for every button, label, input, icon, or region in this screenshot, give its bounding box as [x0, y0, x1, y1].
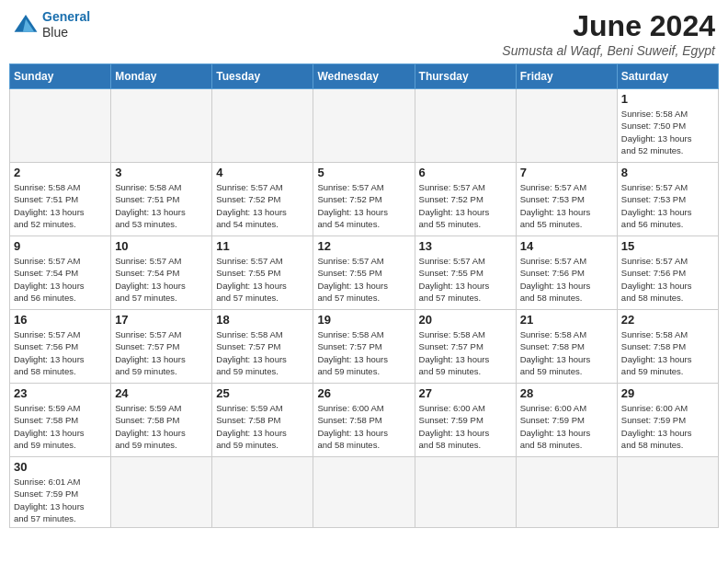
- day-info: Sunrise: 5:58 AM Sunset: 7:51 PM Dayligh…: [14, 181, 107, 230]
- calendar-cell: [516, 457, 617, 528]
- calendar-cell: 4Sunrise: 5:57 AM Sunset: 7:52 PM Daylig…: [212, 163, 313, 236]
- week-row-4: 16Sunrise: 5:57 AM Sunset: 7:56 PM Dayli…: [10, 310, 719, 384]
- calendar-cell: 18Sunrise: 5:58 AM Sunset: 7:57 PM Dayli…: [212, 310, 313, 384]
- day-info: Sunrise: 5:59 AM Sunset: 7:58 PM Dayligh…: [216, 402, 309, 451]
- day-number: 29: [621, 386, 714, 400]
- day-info: Sunrise: 5:57 AM Sunset: 7:57 PM Dayligh…: [115, 328, 208, 377]
- day-number: 24: [115, 386, 208, 400]
- day-number: 2: [14, 166, 107, 179]
- calendar-cell: 19Sunrise: 5:58 AM Sunset: 7:57 PM Dayli…: [313, 310, 415, 384]
- day-number: 21: [520, 313, 613, 327]
- calendar-table: SundayMondayTuesdayWednesdayThursdayFrid…: [9, 63, 719, 528]
- calendar-cell: 8Sunrise: 5:57 AM Sunset: 7:53 PM Daylig…: [617, 163, 718, 236]
- calendar-cell: [111, 457, 212, 528]
- day-info: Sunrise: 5:57 AM Sunset: 7:56 PM Dayligh…: [520, 255, 613, 304]
- day-info: Sunrise: 5:58 AM Sunset: 7:57 PM Dayligh…: [419, 328, 512, 377]
- calendar-cell: [415, 457, 516, 528]
- calendar-cell: 10Sunrise: 5:57 AM Sunset: 7:54 PM Dayli…: [111, 236, 212, 310]
- day-info: Sunrise: 5:57 AM Sunset: 7:56 PM Dayligh…: [621, 255, 714, 304]
- logo: General Blue: [13, 9, 90, 40]
- weekday-header-wednesday: Wednesday: [313, 64, 415, 89]
- day-info: Sunrise: 5:59 AM Sunset: 7:58 PM Dayligh…: [115, 402, 208, 451]
- calendar-cell: [212, 457, 313, 528]
- weekday-header-monday: Monday: [111, 64, 212, 89]
- weekday-header-sunday: Sunday: [10, 64, 111, 89]
- day-number: 8: [621, 166, 714, 179]
- calendar-cell: 11Sunrise: 5:57 AM Sunset: 7:55 PM Dayli…: [212, 236, 313, 310]
- day-info: Sunrise: 5:57 AM Sunset: 7:56 PM Dayligh…: [14, 328, 107, 377]
- day-info: Sunrise: 5:57 AM Sunset: 7:52 PM Dayligh…: [419, 181, 512, 230]
- logo-text: General Blue: [42, 9, 90, 40]
- day-number: 9: [14, 239, 107, 253]
- day-number: 16: [14, 313, 107, 327]
- day-info: Sunrise: 5:57 AM Sunset: 7:54 PM Dayligh…: [115, 255, 208, 304]
- day-info: Sunrise: 5:58 AM Sunset: 7:58 PM Dayligh…: [520, 328, 613, 377]
- week-row-6: 30Sunrise: 6:01 AM Sunset: 7:59 PM Dayli…: [10, 457, 719, 528]
- day-number: 25: [216, 386, 309, 400]
- day-info: Sunrise: 5:58 AM Sunset: 7:57 PM Dayligh…: [216, 328, 309, 377]
- day-number: 1: [621, 92, 714, 106]
- title-area: June 2024 Sumusta al Waqf, Beni Suweif, …: [502, 9, 715, 58]
- calendar-cell: [313, 89, 415, 163]
- calendar-cell: [415, 89, 516, 163]
- calendar-cell: 22Sunrise: 5:58 AM Sunset: 7:58 PM Dayli…: [617, 310, 718, 384]
- day-number: 3: [115, 166, 208, 179]
- day-info: Sunrise: 5:57 AM Sunset: 7:54 PM Dayligh…: [14, 255, 107, 304]
- day-info: Sunrise: 5:58 AM Sunset: 7:50 PM Dayligh…: [621, 108, 714, 156]
- calendar-cell: 1Sunrise: 5:58 AM Sunset: 7:50 PM Daylig…: [617, 89, 718, 163]
- calendar-cell: 24Sunrise: 5:59 AM Sunset: 7:58 PM Dayli…: [111, 384, 212, 457]
- day-number: 27: [419, 386, 512, 400]
- day-info: Sunrise: 6:01 AM Sunset: 7:59 PM Dayligh…: [14, 476, 107, 524]
- day-info: Sunrise: 5:58 AM Sunset: 7:58 PM Dayligh…: [621, 328, 714, 377]
- week-row-2: 2Sunrise: 5:58 AM Sunset: 7:51 PM Daylig…: [10, 163, 719, 236]
- calendar-cell: 26Sunrise: 6:00 AM Sunset: 7:58 PM Dayli…: [313, 384, 415, 457]
- calendar-cell: 13Sunrise: 5:57 AM Sunset: 7:55 PM Dayli…: [415, 236, 516, 310]
- calendar-cell: 5Sunrise: 5:57 AM Sunset: 7:52 PM Daylig…: [313, 163, 415, 236]
- day-number: 15: [621, 239, 714, 253]
- calendar-cell: 29Sunrise: 6:00 AM Sunset: 7:59 PM Dayli…: [617, 384, 718, 457]
- day-number: 11: [216, 239, 309, 253]
- calendar-cell: 27Sunrise: 6:00 AM Sunset: 7:59 PM Dayli…: [415, 384, 516, 457]
- weekday-header-thursday: Thursday: [415, 64, 516, 89]
- day-info: Sunrise: 5:57 AM Sunset: 7:55 PM Dayligh…: [216, 255, 309, 304]
- day-number: 14: [520, 239, 613, 253]
- calendar-cell: 17Sunrise: 5:57 AM Sunset: 7:57 PM Dayli…: [111, 310, 212, 384]
- day-number: 6: [419, 166, 512, 179]
- day-number: 13: [419, 239, 512, 253]
- calendar-cell: [212, 89, 313, 163]
- day-number: 19: [317, 313, 410, 327]
- day-info: Sunrise: 5:57 AM Sunset: 7:52 PM Dayligh…: [216, 181, 309, 230]
- day-number: 5: [317, 166, 410, 179]
- day-info: Sunrise: 5:57 AM Sunset: 7:52 PM Dayligh…: [317, 181, 410, 230]
- calendar-cell: [111, 89, 212, 163]
- generalblue-logo-icon: [13, 12, 39, 38]
- day-info: Sunrise: 5:58 AM Sunset: 7:51 PM Dayligh…: [115, 181, 208, 230]
- day-info: Sunrise: 6:00 AM Sunset: 7:58 PM Dayligh…: [317, 402, 410, 451]
- day-info: Sunrise: 5:57 AM Sunset: 7:53 PM Dayligh…: [621, 181, 714, 230]
- day-info: Sunrise: 5:57 AM Sunset: 7:55 PM Dayligh…: [419, 255, 512, 304]
- calendar-cell: 16Sunrise: 5:57 AM Sunset: 7:56 PM Dayli…: [10, 310, 111, 384]
- calendar-cell: 7Sunrise: 5:57 AM Sunset: 7:53 PM Daylig…: [516, 163, 617, 236]
- day-number: 22: [621, 313, 714, 327]
- calendar-cell: 20Sunrise: 5:58 AM Sunset: 7:57 PM Dayli…: [415, 310, 516, 384]
- calendar-cell: 21Sunrise: 5:58 AM Sunset: 7:58 PM Dayli…: [516, 310, 617, 384]
- calendar-cell: 6Sunrise: 5:57 AM Sunset: 7:52 PM Daylig…: [415, 163, 516, 236]
- day-info: Sunrise: 5:58 AM Sunset: 7:57 PM Dayligh…: [317, 328, 410, 377]
- calendar-title: June 2024: [502, 9, 715, 43]
- day-number: 7: [520, 166, 613, 179]
- location-subtitle: Sumusta al Waqf, Beni Suweif, Egypt: [502, 43, 715, 58]
- calendar-cell: 30Sunrise: 6:01 AM Sunset: 7:59 PM Dayli…: [10, 457, 111, 528]
- calendar-cell: 12Sunrise: 5:57 AM Sunset: 7:55 PM Dayli…: [313, 236, 415, 310]
- day-number: 30: [14, 460, 107, 474]
- calendar-cell: 3Sunrise: 5:58 AM Sunset: 7:51 PM Daylig…: [111, 163, 212, 236]
- day-number: 26: [317, 386, 410, 400]
- calendar-cell: [10, 89, 111, 163]
- calendar-cell: [617, 457, 718, 528]
- week-row-3: 9Sunrise: 5:57 AM Sunset: 7:54 PM Daylig…: [10, 236, 719, 310]
- day-info: Sunrise: 6:00 AM Sunset: 7:59 PM Dayligh…: [419, 402, 512, 451]
- day-number: 10: [115, 239, 208, 253]
- calendar-cell: 14Sunrise: 5:57 AM Sunset: 7:56 PM Dayli…: [516, 236, 617, 310]
- week-row-1: 1Sunrise: 5:58 AM Sunset: 7:50 PM Daylig…: [10, 89, 719, 163]
- day-number: 18: [216, 313, 309, 327]
- day-info: Sunrise: 6:00 AM Sunset: 7:59 PM Dayligh…: [621, 402, 714, 451]
